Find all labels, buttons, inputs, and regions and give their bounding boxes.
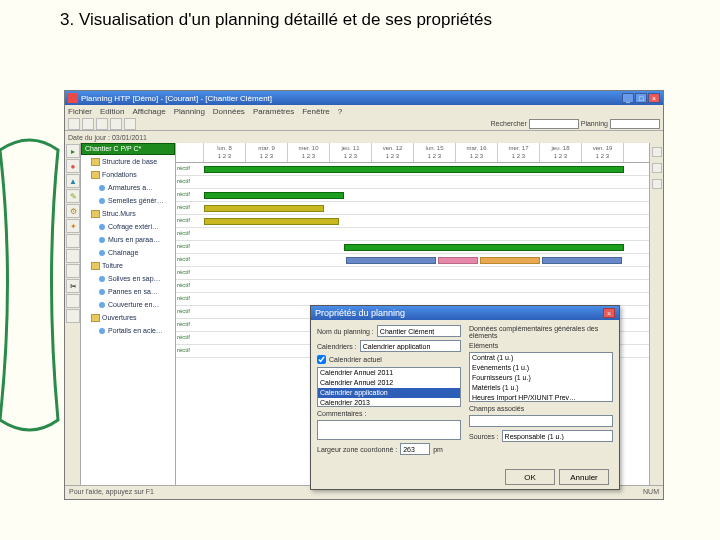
tree-item[interactable]: Toiture bbox=[81, 259, 175, 272]
close-button[interactable]: × bbox=[648, 93, 660, 103]
active-label: Calendrier actuel bbox=[329, 356, 382, 363]
toolbar-button[interactable] bbox=[96, 118, 108, 130]
tree-item[interactable]: Pannes en sa… bbox=[81, 285, 175, 298]
tool-button[interactable]: ✦ bbox=[66, 219, 80, 233]
list-item[interactable]: Calendrier application bbox=[318, 388, 460, 398]
minimize-button[interactable]: _ bbox=[622, 93, 634, 103]
gantt-bar[interactable] bbox=[204, 205, 324, 212]
menu-window[interactable]: Fenêtre bbox=[302, 107, 330, 116]
tool-button[interactable]: ● bbox=[66, 159, 80, 173]
tool-button[interactable]: ▸ bbox=[66, 144, 80, 158]
menubar: Fichier Edition Affichage Planning Donné… bbox=[65, 105, 663, 117]
right-tool-button[interactable] bbox=[652, 147, 662, 157]
tree-item[interactable]: Armatures a… bbox=[81, 181, 175, 194]
task-tree: Chantier C P/P C* Structure de base Fond… bbox=[81, 143, 176, 485]
folder-icon bbox=[91, 158, 100, 166]
list-item[interactable]: Matériels (1 u.) bbox=[470, 383, 612, 393]
gantt-bar[interactable] bbox=[346, 257, 436, 264]
titlebar: Planning HTP [Démo] - [Courant] - [Chant… bbox=[65, 91, 663, 105]
tool-button[interactable] bbox=[66, 294, 80, 308]
gantt-bar[interactable] bbox=[344, 244, 624, 251]
champs-input[interactable] bbox=[469, 415, 613, 427]
window-title: Planning HTP [Démo] - [Courant] - [Chant… bbox=[81, 94, 272, 103]
dialog-close-button[interactable]: × bbox=[603, 308, 615, 318]
right-tool-button[interactable] bbox=[652, 179, 662, 189]
tool-button[interactable]: ✎ bbox=[66, 189, 80, 203]
list-item[interactable]: Calendrier Annuel 2011 bbox=[318, 368, 460, 378]
toolbar-button[interactable] bbox=[124, 118, 136, 130]
planning-name-input[interactable] bbox=[377, 325, 461, 337]
tool-button[interactable]: ✂ bbox=[66, 279, 80, 293]
menu-edit[interactable]: Edition bbox=[100, 107, 124, 116]
list-item[interactable]: Calendrier 2013 bbox=[318, 398, 460, 407]
toolbar-button[interactable] bbox=[68, 118, 80, 130]
tool-button[interactable]: ⚙ bbox=[66, 204, 80, 218]
calendars-label: Calendriers : bbox=[317, 343, 357, 350]
resp-input[interactable] bbox=[502, 430, 613, 442]
active-calendar-checkbox[interactable] bbox=[317, 355, 326, 364]
gantt-bar[interactable] bbox=[204, 218, 339, 225]
menu-data[interactable]: Données bbox=[213, 107, 245, 116]
gantt-bar[interactable] bbox=[438, 257, 478, 264]
tree-item[interactable]: Portails en acie… bbox=[81, 324, 175, 337]
tree-item[interactable]: Fondations bbox=[81, 168, 175, 181]
gantt-bar[interactable] bbox=[204, 192, 344, 199]
tree-item[interactable]: Couverture en… bbox=[81, 298, 175, 311]
menu-params[interactable]: Paramètres bbox=[253, 107, 294, 116]
gantt-bar[interactable] bbox=[542, 257, 622, 264]
menu-file[interactable]: Fichier bbox=[68, 107, 92, 116]
toolbar-button[interactable] bbox=[82, 118, 94, 130]
dialog-titlebar: Propriétés du planning × bbox=[311, 306, 619, 320]
tree-item[interactable]: Chaînage bbox=[81, 246, 175, 259]
right-tool-button[interactable] bbox=[652, 163, 662, 173]
list-item[interactable]: Contrat (1 u.) bbox=[470, 353, 612, 363]
calendar-combo[interactable] bbox=[360, 340, 461, 352]
slide-decoration bbox=[0, 0, 60, 540]
tree-item[interactable]: Struc.Murs bbox=[81, 207, 175, 220]
tool-button[interactable] bbox=[66, 234, 80, 248]
folder-icon bbox=[91, 262, 100, 270]
list-item[interactable]: Heures Import HP/XIUNIT Prev… bbox=[470, 393, 612, 402]
tool-button[interactable] bbox=[66, 264, 80, 278]
tree-item[interactable]: Structure de base bbox=[81, 155, 175, 168]
options-label: Eléments bbox=[469, 342, 613, 349]
search-input[interactable] bbox=[529, 119, 579, 129]
gantt-timeline-header: lun. 81 2 3 mar. 91 2 3 mer. 101 2 3 jeu… bbox=[176, 143, 649, 163]
tree-item[interactable]: Murs en paraa… bbox=[81, 233, 175, 246]
tool-button[interactable] bbox=[66, 309, 80, 323]
width-input[interactable] bbox=[400, 443, 430, 455]
comments-label: Commentaires : bbox=[317, 410, 461, 417]
comments-input[interactable] bbox=[317, 420, 461, 440]
calendar-list[interactable]: Calendrier Annuel 2011 Calendrier Annuel… bbox=[317, 367, 461, 407]
menu-planning[interactable]: Planning bbox=[174, 107, 205, 116]
toolbar-button[interactable] bbox=[110, 118, 122, 130]
tree-item[interactable]: Ouvertures bbox=[81, 311, 175, 324]
elements-list[interactable]: Contrat (1 u.) Evènements (1 u.) Fournis… bbox=[469, 352, 613, 402]
tool-button[interactable]: ▲ bbox=[66, 174, 80, 188]
tree-root[interactable]: Chantier C P/P C* bbox=[81, 143, 175, 155]
menu-view[interactable]: Affichage bbox=[132, 107, 165, 116]
name-label: Nom du planning : bbox=[317, 328, 374, 335]
tree-item[interactable]: Cofrage extéri… bbox=[81, 220, 175, 233]
planning-input[interactable] bbox=[610, 119, 660, 129]
left-toolbar: ▸ ● ▲ ✎ ⚙ ✦ ✂ bbox=[65, 143, 81, 485]
tree-item[interactable]: Solives en sap… bbox=[81, 272, 175, 285]
task-icon bbox=[99, 289, 105, 295]
folder-icon bbox=[91, 210, 100, 218]
list-item[interactable]: Calendrier Annuel 2012 bbox=[318, 378, 460, 388]
dialog-title: Propriétés du planning bbox=[315, 308, 405, 318]
list-item[interactable]: Evènements (1 u.) bbox=[470, 363, 612, 373]
status-num: NUM bbox=[643, 488, 659, 495]
tree-item[interactable]: Semelles génér… bbox=[81, 194, 175, 207]
task-icon bbox=[99, 302, 105, 308]
task-icon bbox=[99, 198, 105, 204]
menu-help[interactable]: ? bbox=[338, 107, 342, 116]
planning-label: Planning bbox=[581, 120, 608, 127]
gantt-bar[interactable] bbox=[480, 257, 540, 264]
tool-button[interactable] bbox=[66, 249, 80, 263]
gantt-bar[interactable] bbox=[204, 166, 624, 173]
maximize-button[interactable]: □ bbox=[635, 93, 647, 103]
ok-button[interactable]: OK bbox=[505, 469, 555, 485]
list-item[interactable]: Fournisseurs (1 u.) bbox=[470, 373, 612, 383]
cancel-button[interactable]: Annuler bbox=[559, 469, 609, 485]
